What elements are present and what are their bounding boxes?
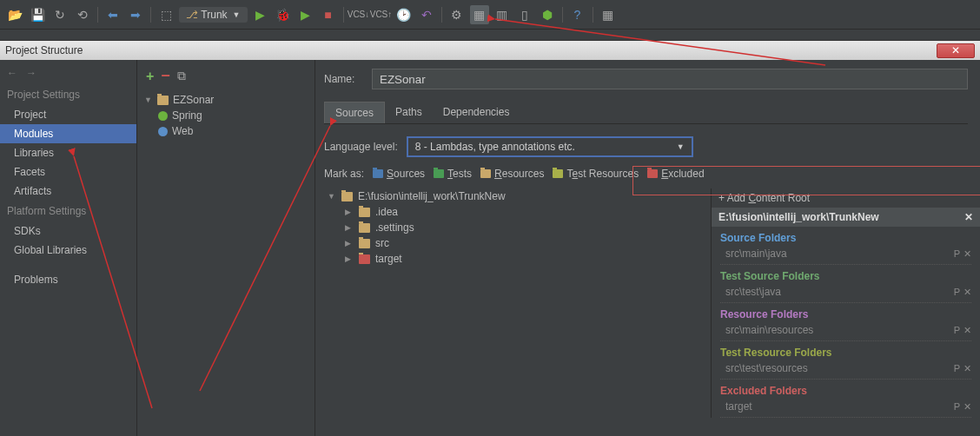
binary-icon[interactable]: ⬚	[156, 5, 175, 24]
debug-icon[interactable]: 🐞	[274, 5, 293, 24]
remove-folder-icon[interactable]: ✕	[963, 401, 971, 413]
mark-excluded-button[interactable]: Excluded	[647, 168, 704, 180]
settings-sidebar: ← → Project Settings Project Modules Lib…	[0, 60, 137, 436]
branch-selector[interactable]: ⎇ Trunk▼	[179, 7, 248, 23]
tab-paths[interactable]: Paths	[385, 102, 433, 123]
edit-properties-icon[interactable]: P	[954, 363, 960, 374]
module-node-spring[interactable]: Spring	[142, 108, 309, 123]
section-title: Test Source Folders	[720, 268, 971, 284]
remove-folder-icon[interactable]: ✕	[963, 287, 971, 298]
plugin-icon[interactable]: ▦	[599, 5, 618, 24]
vcs-commit-icon[interactable]: VCS↑	[372, 5, 391, 24]
remove-folder-icon[interactable]: ✕	[963, 325, 971, 336]
language-level-select[interactable]: 8 - Lambdas, type annotations etc.▼	[407, 136, 693, 157]
language-level-label: Language level:	[324, 141, 398, 153]
remove-folder-icon[interactable]: ✕	[963, 248, 971, 260]
stop-icon[interactable]: ■	[319, 5, 338, 24]
dialog-title: Project Structure	[5, 44, 83, 56]
add-content-root-button[interactable]: + Add Content Root	[712, 188, 980, 208]
dialog-body: ← → Project Settings Project Modules Lib…	[0, 60, 980, 436]
sidebar-heading-platform: Platform Settings	[0, 201, 136, 221]
source-dir-tree: ▼E:\fusion\intellij_work\TrunkNew ▶.idea…	[324, 188, 711, 418]
tab-sources[interactable]: Sources	[324, 102, 385, 123]
settings-icon[interactable]: ⚙	[447, 5, 467, 24]
module-icon	[157, 96, 169, 105]
redo-arrow-icon[interactable]: ➡	[126, 5, 145, 24]
sidebar-item-problems[interactable]: Problems	[0, 270, 136, 289]
sidebar-item-artifacts[interactable]: Artifacts	[0, 182, 136, 201]
dialog-titlebar: Project Structure ✕	[0, 41, 980, 60]
content-root-section: Test Resource Folderssrc\test\resourcesP…	[712, 341, 980, 380]
edit-properties-icon[interactable]: P	[954, 248, 960, 260]
section-item[interactable]: src\main\javaP✕	[720, 246, 971, 265]
sidebar-item-sdks[interactable]: SDKs	[0, 221, 136, 241]
section-title: Test Resource Folders	[720, 345, 971, 360]
refresh-icon[interactable]: ↻	[50, 5, 70, 24]
module-node-root[interactable]: ▼ EZSonar	[142, 92, 309, 108]
nav-back-icon[interactable]: ←	[7, 67, 17, 79]
tab-dependencies[interactable]: Dependencies	[433, 102, 520, 123]
content-root-section: Source Folderssrc\main\javaP✕	[712, 227, 980, 265]
section-item[interactable]: targetP✕	[720, 399, 971, 418]
remove-folder-icon[interactable]: ✕	[963, 363, 971, 374]
dir-src[interactable]: ▶src	[324, 235, 711, 251]
mark-as-label: Mark as:	[324, 168, 364, 180]
dir-idea[interactable]: ▶.idea	[324, 204, 711, 220]
section-title: Resource Folders	[720, 307, 971, 322]
nav-fwd-icon[interactable]: →	[26, 67, 36, 79]
dir-root[interactable]: ▼E:\fusion\intellij_work\TrunkNew	[324, 188, 711, 204]
content-root-panel: + Add Content Root E:\fusion\intellij_wo…	[711, 188, 980, 418]
run-icon[interactable]: ▶	[251, 5, 270, 24]
help-icon[interactable]: ?	[568, 5, 587, 24]
remove-module-button[interactable]: −	[161, 67, 170, 85]
section-item[interactable]: src\main\resourcesP✕	[720, 322, 971, 341]
content-root-section: Excluded FolderstargetP✕	[712, 380, 980, 418]
ide-toolbar: 📂 💾 ↻ ⟲ ⬅ ➡ ⬚ ⎇ Trunk▼ ▶ 🐞 ▶ ■ VCS↓ VCS↑…	[0, 0, 980, 30]
name-label: Name:	[324, 73, 363, 85]
mark-as-row: Mark as: SSourcesources Tests Resources …	[324, 168, 968, 180]
section-item[interactable]: src\test\resourcesP✕	[720, 360, 971, 380]
close-button[interactable]: ✕	[937, 43, 975, 58]
mark-tests-button[interactable]: Tests	[434, 168, 472, 180]
mark-sources-button[interactable]: SSourcesources	[373, 168, 425, 180]
device-icon[interactable]: ▯	[515, 5, 534, 24]
history-icon[interactable]: 🕑	[394, 5, 414, 24]
open-icon[interactable]: 📂	[5, 5, 24, 24]
project-structure-icon[interactable]: ▦	[470, 5, 489, 24]
coverage-icon[interactable]: ▶	[296, 5, 315, 24]
module-detail-panel: Name: Sources Paths Dependencies Languag…	[315, 60, 980, 436]
vcs-update-icon[interactable]: VCS↓	[349, 5, 368, 24]
module-node-web[interactable]: Web	[142, 123, 309, 139]
sdk-icon[interactable]: ▥	[493, 5, 512, 24]
android-icon[interactable]: ⬢	[538, 5, 557, 24]
module-name-input[interactable]	[372, 69, 968, 89]
section-title: Source Folders	[720, 230, 971, 246]
sync-icon[interactable]: ⟲	[73, 5, 92, 24]
remove-content-root-icon[interactable]: ✕	[964, 211, 973, 223]
spring-icon	[158, 111, 168, 121]
sidebar-item-global-libs[interactable]: Global Libraries	[0, 241, 136, 260]
mark-resources-button[interactable]: Resources	[480, 168, 544, 180]
edit-properties-icon[interactable]: P	[954, 325, 960, 336]
sidebar-item-modules[interactable]: Modules	[0, 124, 136, 143]
sidebar-item-facets[interactable]: Facets	[0, 162, 136, 182]
add-module-button[interactable]: +	[146, 69, 154, 84]
dir-settings[interactable]: ▶.settings	[324, 220, 711, 235]
save-all-icon[interactable]: 💾	[28, 5, 47, 24]
content-root-section: Resource Folderssrc\main\resourcesP✕	[712, 303, 980, 341]
section-title: Excluded Folders	[720, 383, 971, 399]
edit-properties-icon[interactable]: P	[954, 287, 960, 298]
dir-target[interactable]: ▶target	[324, 251, 711, 267]
edit-properties-icon[interactable]: P	[954, 401, 960, 413]
module-tree: + − ⧉ ▼ EZSonar Spring Web	[137, 60, 315, 436]
sidebar-item-project[interactable]: Project	[0, 105, 136, 124]
revert-icon[interactable]: ↶	[417, 5, 436, 24]
undo-arrow-icon[interactable]: ⬅	[103, 5, 122, 24]
mark-test-resources-button[interactable]: Test Resources	[553, 168, 639, 180]
sidebar-item-libraries[interactable]: Libraries	[0, 143, 136, 162]
content-root-section: Test Source Folderssrc\test\javaP✕	[712, 265, 980, 303]
web-icon	[158, 127, 168, 136]
editor-tab-strip	[0, 30, 980, 41]
section-item[interactable]: src\test\javaP✕	[720, 284, 971, 303]
copy-module-button[interactable]: ⧉	[177, 69, 186, 83]
